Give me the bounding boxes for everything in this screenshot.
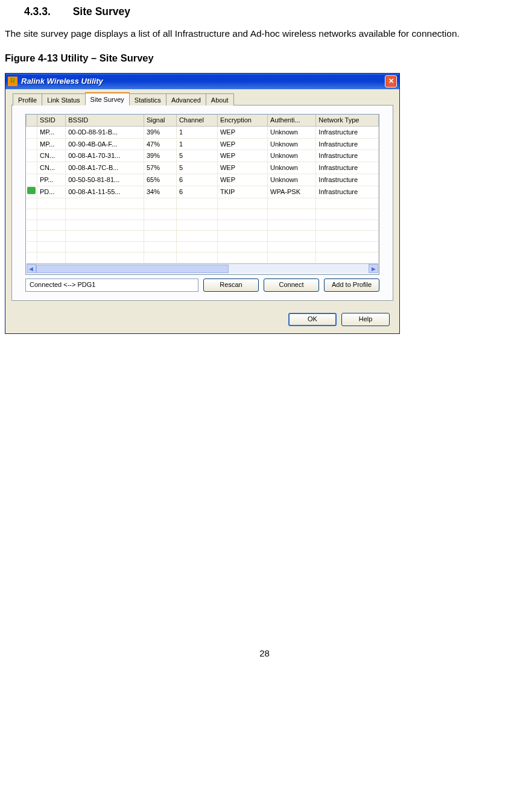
section-heading: 4.3.3. Site Survey: [24, 5, 524, 19]
page-number: 28: [5, 647, 524, 659]
titlebar-text: Ralink Wireless Utility: [21, 76, 385, 87]
tab-page: SSID BSSID Signal Channel Encryption Aut…: [11, 105, 393, 301]
tab-statistics[interactable]: Statistics: [129, 93, 166, 105]
rescan-button[interactable]: Rescan: [203, 279, 259, 292]
cell-bssid: 00-50-50-81-81...: [66, 174, 144, 186]
col-encryption[interactable]: Encryption: [217, 115, 267, 126]
cell-encryption: TKIP: [217, 186, 267, 198]
app-icon: R: [8, 77, 17, 86]
body-text: The site survey page displays a list of …: [5, 28, 524, 40]
table-row[interactable]: CN...00-08-A1-7C-B...57%5WEPUnknownInfra…: [27, 162, 379, 174]
connected-icon: [27, 187, 36, 194]
bottom-row: OK Help: [5, 307, 399, 333]
cell-signal: 57%: [144, 162, 176, 174]
cell-auth: Unknown: [268, 126, 316, 138]
cell-ssid: PP...: [37, 174, 66, 186]
row-icon: [27, 186, 37, 198]
cell-signal: 34%: [144, 186, 176, 198]
figure-title: Figure 4-13 Utility – Site Survey: [5, 51, 524, 65]
row-icon: [27, 174, 37, 186]
cell-bssid: 00-0D-88-91-B...: [66, 126, 144, 138]
cell-signal: 39%: [144, 126, 176, 138]
cell-ssid: CN...: [37, 150, 66, 162]
titlebar[interactable]: R Ralink Wireless Utility ✕: [5, 74, 399, 89]
cell-channel: 1: [176, 138, 217, 150]
ok-button[interactable]: OK: [288, 313, 337, 326]
cell-signal: 39%: [144, 150, 176, 162]
cell-channel: 6: [176, 174, 217, 186]
tab-link-status[interactable]: Link Status: [42, 93, 85, 105]
cell-ntype: Infrastructure: [316, 138, 379, 150]
col-ssid[interactable]: SSID: [37, 115, 66, 126]
cell-auth: Unknown: [268, 174, 316, 186]
cell-auth: Unknown: [268, 150, 316, 162]
cell-auth: Unknown: [268, 138, 316, 150]
col-signal[interactable]: Signal: [144, 115, 176, 126]
network-table: SSID BSSID Signal Channel Encryption Aut…: [26, 115, 379, 274]
network-listview[interactable]: SSID BSSID Signal Channel Encryption Aut…: [25, 114, 379, 275]
scroll-thumb[interactable]: [36, 265, 229, 273]
cell-bssid: 00-90-4B-0A-F...: [66, 138, 144, 150]
section-title: Site Survey: [73, 5, 130, 17]
cell-ntype: Infrastructure: [316, 174, 379, 186]
cell-ssid: MP...: [37, 138, 66, 150]
table-row[interactable]: CN...00-08-A1-70-31...39%5WEPUnknownInfr…: [27, 150, 379, 162]
add-profile-button[interactable]: Add to Profile: [324, 279, 379, 292]
cell-ntype: Infrastructure: [316, 186, 379, 198]
horizontal-scrollbar[interactable]: ◀▶: [27, 263, 379, 273]
cell-bssid: 00-08-A1-70-31...: [66, 150, 144, 162]
controls-row: Connected <--> PDG1 Rescan Connect Add t…: [25, 279, 379, 292]
col-icon[interactable]: [27, 115, 37, 126]
cell-ntype: Infrastructure: [316, 126, 379, 138]
cell-signal: 47%: [144, 138, 176, 150]
table-row-empty: [27, 209, 379, 219]
cell-encryption: WEP: [217, 174, 267, 186]
table-row-empty: [27, 230, 379, 241]
table-row[interactable]: MP...00-90-4B-0A-F...47%1WEPUnknownInfra…: [27, 138, 379, 150]
cell-encryption: WEP: [217, 138, 267, 150]
dialog-window: R Ralink Wireless Utility ✕ Profile Link…: [5, 73, 400, 334]
table-row-empty: [27, 198, 379, 209]
table-row-empty: [27, 241, 379, 252]
scroll-left-icon[interactable]: ◀: [27, 264, 36, 273]
cell-ssid: MP...: [37, 126, 66, 138]
cell-channel: 1: [176, 126, 217, 138]
col-auth[interactable]: Authenti...: [268, 115, 316, 126]
section-number: 4.3.3.: [24, 5, 51, 19]
table-row-empty: [27, 252, 379, 263]
table-row[interactable]: MP...00-0D-88-91-B...39%1WEPUnknownInfra…: [27, 126, 379, 138]
close-icon[interactable]: ✕: [385, 75, 397, 87]
cell-signal: 65%: [144, 174, 176, 186]
cell-encryption: WEP: [217, 162, 267, 174]
cell-auth: WPA-PSK: [268, 186, 316, 198]
cell-bssid: 00-08-A1-7C-B...: [66, 162, 144, 174]
cell-channel: 5: [176, 162, 217, 174]
table-row[interactable]: PD...00-08-A1-11-55...34%6TKIPWPA-PSKInf…: [27, 186, 379, 198]
help-button[interactable]: Help: [341, 313, 390, 326]
cell-channel: 6: [176, 186, 217, 198]
row-icon: [27, 126, 37, 138]
cell-encryption: WEP: [217, 150, 267, 162]
tab-about[interactable]: About: [206, 93, 234, 105]
connect-button[interactable]: Connect: [264, 279, 319, 292]
cell-bssid: 00-08-A1-11-55...: [66, 186, 144, 198]
table-row[interactable]: PP...00-50-50-81-81...65%6WEPUnknownInfr…: [27, 174, 379, 186]
scroll-track[interactable]: [36, 264, 369, 273]
cell-ssid: CN...: [37, 162, 66, 174]
tabs-row: Profile Link Status Site Survey Statisti…: [11, 92, 393, 105]
table-row-empty: [27, 219, 379, 230]
tab-profile[interactable]: Profile: [13, 93, 42, 105]
col-ntype[interactable]: Network Type: [316, 115, 379, 126]
tab-site-survey[interactable]: Site Survey: [85, 92, 130, 105]
cell-auth: Unknown: [268, 162, 316, 174]
tab-advanced[interactable]: Advanced: [166, 93, 206, 105]
table-header-row: SSID BSSID Signal Channel Encryption Aut…: [27, 115, 379, 126]
scroll-right-icon[interactable]: ▶: [369, 264, 378, 273]
col-channel[interactable]: Channel: [176, 115, 217, 126]
status-box: Connected <--> PDG1: [25, 279, 198, 292]
col-bssid[interactable]: BSSID: [66, 115, 144, 126]
row-icon: [27, 138, 37, 150]
cell-ntype: Infrastructure: [316, 162, 379, 174]
row-icon: [27, 150, 37, 162]
cell-channel: 5: [176, 150, 217, 162]
